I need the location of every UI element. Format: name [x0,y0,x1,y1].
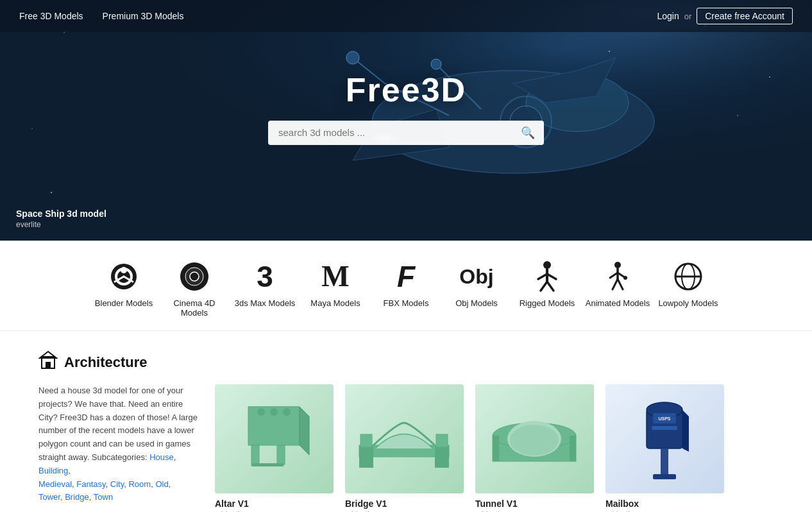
hero-model-author: everlite [16,220,106,229]
svg-point-29 [190,272,199,281]
svg-marker-80 [682,410,689,452]
category-fbx[interactable]: F FBX Models [371,260,441,318]
altar-name: Altar V1 [215,499,334,509]
create-account-button[interactable]: Create free Account [697,8,793,24]
svg-line-38 [610,273,618,278]
svg-line-41 [618,279,623,289]
svg-point-10 [51,192,52,193]
blender-label: Blender Models [95,298,153,308]
hero-section: Free3D 🔍 Space Ship 3d model everlite [0,0,812,241]
svg-point-9 [737,115,738,116]
svg-rect-64 [436,434,448,447]
svg-rect-61 [359,445,373,468]
animated-icon [602,260,633,293]
svg-rect-48 [46,362,51,368]
svg-rect-78 [661,448,668,477]
svg-line-40 [613,279,618,289]
category-lowpoly[interactable]: Lowpoly Models [653,260,723,318]
rigged-icon [532,260,562,293]
svg-rect-71 [570,436,576,461]
model-card-mailbox[interactable]: USPS Mailbox .obj .stl [605,384,724,512]
architecture-icon [38,350,58,374]
svg-line-34 [541,282,547,291]
premium-3d-models-link[interactable]: Premium 3D Models [103,11,184,21]
category-animated[interactable]: Animated Models [582,260,653,318]
svg-point-55 [283,408,291,416]
svg-rect-57 [277,445,285,465]
maya-icon: M [321,260,349,293]
search-bar: 🔍 [268,121,544,145]
category-maya[interactable]: M Maya Models [300,260,371,318]
3dsmax-icon: 3 [257,260,273,293]
svg-point-53 [257,408,265,416]
model-thumb-bridge [345,384,464,493]
subcategory-tower[interactable]: Tower [38,492,60,502]
obj-icon: Obj [459,260,493,293]
search-button[interactable]: 🔍 [512,121,544,145]
category-rigged[interactable]: Rigged Models [512,260,582,318]
architecture-section: Architecture Need a house 3d model for o… [0,331,812,512]
fbx-icon: F [397,260,415,293]
login-link[interactable]: Login [657,11,679,21]
hero-title: Free3D [346,71,466,109]
svg-rect-62 [435,445,449,468]
svg-point-69 [510,425,559,456]
svg-point-8 [31,128,33,129]
svg-point-42 [623,276,627,280]
model-card-bridge[interactable]: Bridge V1 .obj .stl [345,384,464,512]
svg-line-33 [547,274,556,279]
section-description: Need a house 3d model for one of your pr… [38,384,199,512]
tunnel-name: Tunnel V1 [475,499,594,509]
subcategory-medieval[interactable]: Medieval [38,479,72,489]
subcategory-room[interactable]: Room [128,479,151,489]
svg-text:USPS: USPS [658,416,670,421]
subcategory-house[interactable]: House [149,452,174,462]
cinema4d-label: Cinema 4D Models [159,298,230,318]
3dsmax-label: 3ds Max Models [235,298,296,308]
rigged-label: Rigged Models [520,298,575,308]
category-blender[interactable]: Blender Models [89,260,159,318]
categories-section: Blender Models Cinema 4D Models 3 3ds Ma… [0,241,812,331]
subcategory-old[interactable]: Old [155,479,168,489]
svg-point-5 [609,51,610,52]
category-obj[interactable]: Obj Obj Models [441,260,512,318]
section-title: Architecture [64,354,148,371]
mailbox-name: Mailbox [605,499,724,509]
svg-rect-70 [493,436,499,461]
model-thumb-tunnel [475,384,594,493]
category-cinema4d[interactable]: Cinema 4D Models [159,260,230,318]
svg-point-7 [769,76,770,78]
svg-rect-79 [653,474,676,479]
subcategory-building[interactable]: Building [38,466,68,475]
svg-line-32 [538,274,547,279]
cinema4d-icon [179,260,210,293]
navigation: Free 3D Models Premium 3D Models Login o… [0,0,812,32]
subcategory-bridge[interactable]: Bridge [65,492,89,502]
bridge-name: Bridge V1 [345,499,464,509]
svg-rect-56 [251,445,259,465]
model-thumb-mailbox: USPS [605,384,724,493]
lowpoly-icon [673,260,704,293]
animated-label: Animated Models [586,298,650,308]
search-input[interactable] [268,121,512,144]
subcategory-city[interactable]: City [110,479,124,489]
hero-model-name: Space Ship 3d model [16,209,106,219]
subcategory-fantasy[interactable]: Fantasy [76,479,105,489]
hero-caption: Space Ship 3d model everlite [16,209,106,229]
section-header: Architecture [38,350,774,374]
model-thumb-altar [215,384,334,493]
obj-label: Obj Models [455,298,498,308]
svg-line-35 [547,282,554,291]
section-layout: Need a house 3d model for one of your pr… [38,384,774,512]
model-card-altar[interactable]: Altar V1 .obj .stl [215,384,334,512]
svg-point-26 [121,267,127,273]
model-card-tunnel[interactable]: Tunnel V1 .obj .stl [475,384,594,512]
architecture-description: Need a house 3d model for one of your pr… [38,386,198,462]
models-grid: Altar V1 .obj .stl [215,384,774,512]
free-3d-models-link[interactable]: Free 3D Models [19,11,83,21]
nav-or-separator: or [684,12,692,21]
maya-label: Maya Models [310,298,360,308]
category-3dsmax[interactable]: 3 3ds Max Models [230,260,300,318]
subcategory-town[interactable]: Town [94,492,113,502]
nav-links: Free 3D Models Premium 3D Models [19,11,183,21]
